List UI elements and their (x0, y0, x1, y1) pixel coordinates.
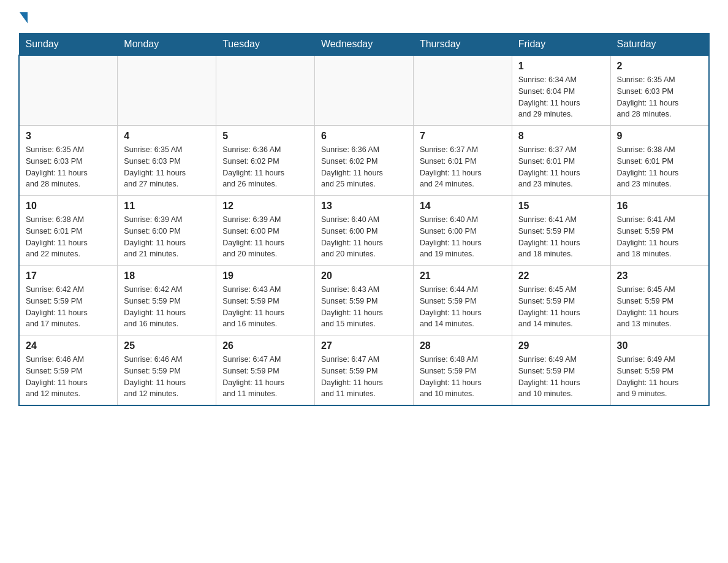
day-number: 23 (617, 270, 702, 282)
day-number: 4 (124, 131, 210, 142)
day-info: Sunrise: 6:45 AMSunset: 5:59 PMDaylight:… (518, 284, 604, 330)
calendar-day-cell: 29Sunrise: 6:49 AMSunset: 5:59 PMDayligh… (512, 335, 610, 406)
day-number: 14 (420, 201, 506, 212)
day-number: 9 (617, 131, 702, 142)
calendar-day-cell: 26Sunrise: 6:47 AMSunset: 5:59 PMDayligh… (216, 335, 315, 406)
day-number: 28 (420, 340, 506, 351)
day-info: Sunrise: 6:44 AMSunset: 5:59 PMDaylight:… (420, 284, 506, 330)
calendar-day-cell: 1Sunrise: 6:34 AMSunset: 6:04 PMDaylight… (512, 55, 610, 126)
day-info: Sunrise: 6:46 AMSunset: 5:59 PMDaylight:… (124, 354, 210, 400)
calendar-day-cell (315, 55, 414, 126)
calendar-day-cell (216, 55, 315, 126)
day-number: 11 (124, 201, 210, 212)
calendar-week-row: 10Sunrise: 6:38 AMSunset: 6:01 PMDayligh… (19, 196, 709, 266)
calendar-day-cell: 30Sunrise: 6:49 AMSunset: 5:59 PMDayligh… (610, 335, 709, 406)
calendar-day-cell: 23Sunrise: 6:45 AMSunset: 5:59 PMDayligh… (610, 266, 709, 335)
day-number: 17 (26, 270, 111, 282)
day-number: 26 (222, 340, 308, 351)
calendar-day-cell: 3Sunrise: 6:35 AMSunset: 6:03 PMDaylight… (19, 126, 118, 196)
calendar-day-cell: 13Sunrise: 6:40 AMSunset: 6:00 PMDayligh… (315, 196, 414, 266)
calendar-day-cell: 7Sunrise: 6:37 AMSunset: 6:01 PMDaylight… (413, 126, 512, 196)
calendar-day-cell: 9Sunrise: 6:38 AMSunset: 6:01 PMDaylight… (610, 126, 709, 196)
day-number: 22 (518, 270, 604, 282)
day-info: Sunrise: 6:48 AMSunset: 5:59 PMDaylight:… (420, 354, 506, 400)
logo-arrow-icon (20, 12, 28, 23)
day-number: 7 (420, 131, 506, 142)
calendar-day-cell: 16Sunrise: 6:41 AMSunset: 5:59 PMDayligh… (610, 196, 709, 266)
calendar-week-row: 1Sunrise: 6:34 AMSunset: 6:04 PMDaylight… (19, 55, 709, 126)
day-number: 8 (518, 131, 604, 142)
day-info: Sunrise: 6:35 AMSunset: 6:03 PMDaylight:… (124, 144, 210, 190)
day-number: 29 (518, 340, 604, 351)
day-number: 20 (321, 270, 407, 282)
day-number: 21 (420, 270, 506, 282)
calendar-day-cell: 24Sunrise: 6:46 AMSunset: 5:59 PMDayligh… (19, 335, 118, 406)
day-number: 16 (617, 201, 702, 212)
day-info: Sunrise: 6:36 AMSunset: 6:02 PMDaylight:… (222, 144, 308, 190)
day-info: Sunrise: 6:41 AMSunset: 5:59 PMDaylight:… (518, 214, 604, 260)
calendar-day-cell: 2Sunrise: 6:35 AMSunset: 6:03 PMDaylight… (610, 55, 709, 126)
calendar-day-cell: 6Sunrise: 6:36 AMSunset: 6:02 PMDaylight… (315, 126, 414, 196)
calendar-day-cell: 8Sunrise: 6:37 AMSunset: 6:01 PMDaylight… (512, 126, 610, 196)
calendar-day-cell: 14Sunrise: 6:40 AMSunset: 6:00 PMDayligh… (413, 196, 512, 266)
weekday-header-row: SundayMondayTuesdayWednesdayThursdayFrid… (19, 34, 709, 56)
day-info: Sunrise: 6:43 AMSunset: 5:59 PMDaylight:… (222, 284, 308, 330)
calendar-day-cell: 4Sunrise: 6:35 AMSunset: 6:03 PMDaylight… (118, 126, 216, 196)
calendar-day-cell: 22Sunrise: 6:45 AMSunset: 5:59 PMDayligh… (512, 266, 610, 335)
day-number: 6 (321, 131, 407, 142)
day-info: Sunrise: 6:49 AMSunset: 5:59 PMDaylight:… (518, 354, 604, 400)
calendar-day-cell: 27Sunrise: 6:47 AMSunset: 5:59 PMDayligh… (315, 335, 414, 406)
day-number: 24 (26, 340, 111, 351)
day-number: 30 (617, 340, 702, 351)
day-info: Sunrise: 6:47 AMSunset: 5:59 PMDaylight:… (222, 354, 308, 400)
day-number: 13 (321, 201, 407, 212)
day-info: Sunrise: 6:49 AMSunset: 5:59 PMDaylight:… (617, 354, 702, 400)
day-info: Sunrise: 6:41 AMSunset: 5:59 PMDaylight:… (617, 214, 702, 260)
weekday-header-monday: Monday (118, 34, 216, 56)
calendar-day-cell: 19Sunrise: 6:43 AMSunset: 5:59 PMDayligh… (216, 266, 315, 335)
day-info: Sunrise: 6:47 AMSunset: 5:59 PMDaylight:… (321, 354, 407, 400)
calendar-day-cell: 20Sunrise: 6:43 AMSunset: 5:59 PMDayligh… (315, 266, 414, 335)
day-number: 25 (124, 340, 210, 351)
day-info: Sunrise: 6:46 AMSunset: 5:59 PMDaylight:… (26, 354, 111, 400)
day-info: Sunrise: 6:40 AMSunset: 6:00 PMDaylight:… (321, 214, 407, 260)
day-number: 2 (617, 61, 702, 72)
day-number: 19 (222, 270, 308, 282)
day-number: 3 (26, 131, 111, 142)
weekday-header-sunday: Sunday (19, 34, 118, 56)
weekday-header-thursday: Thursday (413, 34, 512, 56)
day-info: Sunrise: 6:37 AMSunset: 6:01 PMDaylight:… (420, 144, 506, 190)
weekday-header-saturday: Saturday (610, 34, 709, 56)
calendar-week-row: 17Sunrise: 6:42 AMSunset: 5:59 PMDayligh… (19, 266, 709, 335)
day-number: 27 (321, 340, 407, 351)
day-info: Sunrise: 6:43 AMSunset: 5:59 PMDaylight:… (321, 284, 407, 330)
calendar-week-row: 3Sunrise: 6:35 AMSunset: 6:03 PMDaylight… (19, 126, 709, 196)
logo (18, 12, 28, 22)
calendar-day-cell: 5Sunrise: 6:36 AMSunset: 6:02 PMDaylight… (216, 126, 315, 196)
day-info: Sunrise: 6:45 AMSunset: 5:59 PMDaylight:… (617, 284, 702, 330)
calendar-day-cell (118, 55, 216, 126)
day-info: Sunrise: 6:42 AMSunset: 5:59 PMDaylight:… (124, 284, 210, 330)
calendar-day-cell: 12Sunrise: 6:39 AMSunset: 6:00 PMDayligh… (216, 196, 315, 266)
calendar-day-cell (413, 55, 512, 126)
day-info: Sunrise: 6:36 AMSunset: 6:02 PMDaylight:… (321, 144, 407, 190)
calendar-week-row: 24Sunrise: 6:46 AMSunset: 5:59 PMDayligh… (19, 335, 709, 406)
day-number: 5 (222, 131, 308, 142)
day-info: Sunrise: 6:39 AMSunset: 6:00 PMDaylight:… (124, 214, 210, 260)
day-info: Sunrise: 6:35 AMSunset: 6:03 PMDaylight:… (617, 74, 702, 120)
day-number: 10 (26, 201, 111, 212)
weekday-header-friday: Friday (512, 34, 610, 56)
page-header (18, 12, 710, 22)
day-info: Sunrise: 6:39 AMSunset: 6:00 PMDaylight:… (222, 214, 308, 260)
day-info: Sunrise: 6:40 AMSunset: 6:00 PMDaylight:… (420, 214, 506, 260)
day-info: Sunrise: 6:42 AMSunset: 5:59 PMDaylight:… (26, 284, 111, 330)
calendar-day-cell: 25Sunrise: 6:46 AMSunset: 5:59 PMDayligh… (118, 335, 216, 406)
day-number: 12 (222, 201, 308, 212)
calendar-day-cell (19, 55, 118, 126)
calendar-table: SundayMondayTuesdayWednesdayThursdayFrid… (18, 33, 710, 406)
day-info: Sunrise: 6:38 AMSunset: 6:01 PMDaylight:… (26, 214, 111, 260)
weekday-header-wednesday: Wednesday (315, 34, 414, 56)
day-number: 15 (518, 201, 604, 212)
calendar-day-cell: 11Sunrise: 6:39 AMSunset: 6:00 PMDayligh… (118, 196, 216, 266)
day-number: 18 (124, 270, 210, 282)
